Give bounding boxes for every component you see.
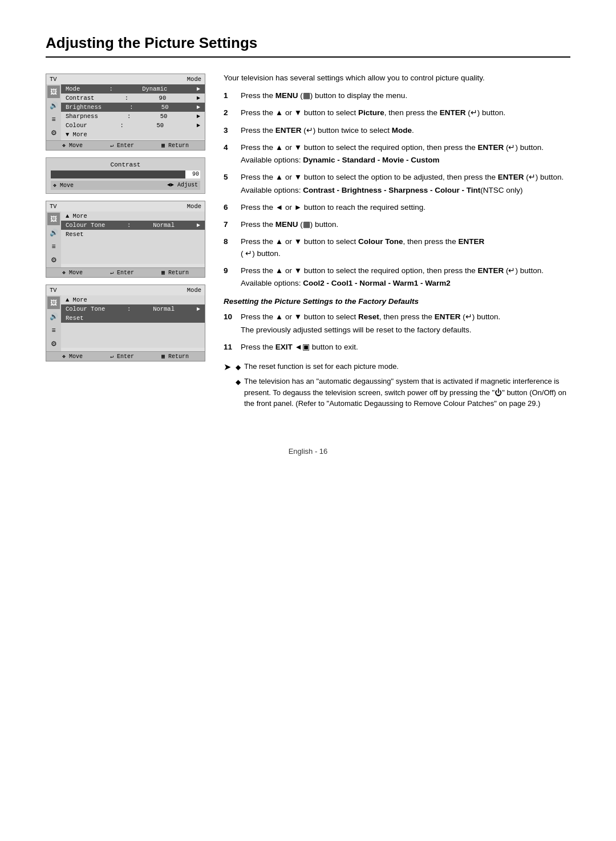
menu1-colour-arrow: ► (197, 122, 200, 129)
menu2-more-label: ▲ More (66, 213, 87, 220)
step-10: 10 Press the ▲ or ▼ button to select Res… (224, 311, 570, 336)
bullet-2-icon: ◆ (236, 377, 241, 409)
step-5-num: 5 (224, 172, 235, 196)
sound-icon: 🔊 (47, 99, 60, 112)
menu1-mode-sep: : (110, 86, 113, 92)
step-7: 7 Press the MENU (▦) button. (224, 219, 570, 230)
step-9-bold: ENTER (477, 266, 504, 275)
step-6-content: Press the ◄ or ► button to reach the req… (241, 202, 425, 213)
menu1-contrast-value: 90 (159, 95, 167, 101)
menu2-colourtone-row: Colour Tone : Normal ► (61, 221, 205, 230)
menu2-setup-icon: ⚙ (47, 254, 60, 266)
menu3-footer-enter: ↵ Enter (110, 353, 134, 360)
note-1-text: The reset function is set for each pictu… (244, 361, 399, 372)
menu1-colour-label: Colour (66, 122, 87, 129)
menu1-footer-move: ❖ Move (62, 142, 83, 149)
tv-menu-box-1: TV Mode 🖼 🔊 ≡ ⚙ Mode : Dynamic ► (46, 74, 205, 151)
step-1-content: Press the MENU (▦) button to display the… (241, 90, 407, 101)
menu1-footer-enter: ↵ Enter (110, 142, 134, 149)
menu3-channel-icon: ≡ (47, 324, 60, 336)
menu3-more: ▲ More (61, 295, 205, 304)
menu1-sharpness-arrow: ► (197, 113, 200, 120)
step-4-options: Dynamic - Standard - Movie - Custom (303, 156, 439, 164)
right-column: Your television has several settings whi… (224, 74, 570, 413)
menu2-footer-move: ❖ Move (62, 269, 83, 276)
step-10-bold2: ENTER (435, 312, 461, 321)
menu3-empty1 (61, 323, 205, 335)
step-2-bold2: ENTER (440, 108, 466, 117)
channel-icon: ≡ (47, 113, 60, 125)
step-5-bold: ENTER (498, 173, 524, 181)
menu1-mode-value: Dynamic (142, 86, 167, 92)
main-content: TV Mode 🖼 🔊 ≡ ⚙ Mode : Dynamic ► (46, 74, 570, 413)
menu1-brightness-sep: : (129, 104, 133, 111)
note-item-1: ◆ The reset function is set for each pic… (236, 361, 570, 372)
menu2-body: 🖼 🔊 ≡ ⚙ ▲ More Colour Tone : Normal ► (46, 212, 205, 267)
menu1-footer: ❖ Move ↵ Enter ▦ Return (46, 140, 205, 150)
step-8-num: 8 (224, 236, 235, 259)
contrast-footer-move: ❖ Move (53, 182, 74, 189)
step-4-available: Available options: Dynamic - Standard - … (241, 155, 544, 166)
menu2-header-left: TV (50, 203, 57, 210)
menu1-header-left: TV (50, 76, 57, 83)
menu1-header-right: Mode (187, 76, 201, 83)
menu2-channel-icon: ≡ (47, 240, 60, 253)
menu1-more-label: ▼ More (66, 131, 87, 138)
step-1-bold: MENU (275, 91, 298, 100)
menu2-reset-row: Reset (61, 230, 205, 239)
menu1-contrast-arrow: ► (197, 95, 200, 101)
step-8-content: Press the ▲ or ▼ button to select Colour… (241, 236, 484, 259)
menu3-footer-return: ▦ Return (161, 353, 189, 360)
contrast-footer: ❖ Move ◄► Adjust (51, 181, 200, 190)
note-2-text: The television has an "automatic degauss… (244, 376, 570, 409)
menu3-colourtone-row: Colour Tone : Normal ► (61, 304, 205, 314)
step-3-content: Press the ENTER (↵) button twice to sele… (241, 125, 414, 136)
step-9-options: Cool2 - Cool1 - Normal - Warm1 - Warm2 (303, 279, 451, 287)
tv-menu-box-3: TV Mode 🖼 🔊 ≡ ⚙ ▲ More Colour Tone : (46, 285, 205, 361)
step-7-num: 7 (224, 219, 235, 230)
menu3-colourtone-arrow: ► (197, 306, 200, 312)
menu1-brightness-arrow: ► (197, 104, 200, 111)
step-3: 3 Press the ENTER (↵) button twice to se… (224, 125, 570, 136)
menu2-colourtone-arrow: ► (197, 222, 200, 229)
menu3-header: TV Mode (46, 285, 205, 295)
menu1-header: TV Mode (46, 74, 205, 84)
menu1-sharpness-sep: : (127, 113, 131, 120)
page-title: Adjusting the Picture Settings (46, 34, 570, 58)
step-8-bold1: Colour Tone (358, 237, 403, 246)
menu3-picture-icon: 🖼 (47, 296, 60, 309)
step-10-num: 10 (224, 311, 235, 336)
menu2-picture-icon: 🖼 (47, 213, 60, 225)
menu1-row-sharpness: Sharpness : 50 ► (61, 112, 205, 121)
step-2-num: 2 (224, 107, 235, 119)
contrast-bar-value: 90 (192, 170, 199, 178)
step-10-bold1: Reset (358, 312, 379, 321)
menu1-icon-col: 🖼 🔊 ≡ ⚙ (46, 84, 61, 140)
step-6: 6 Press the ◄ or ► button to reach the r… (224, 202, 570, 213)
menu2-empty1 (61, 239, 205, 251)
menu3-sound-icon: 🔊 (47, 310, 60, 323)
menu2-more: ▲ More (61, 212, 205, 221)
note-bullets-list: ◆ The reset function is set for each pic… (236, 361, 570, 413)
step-11-num: 11 (224, 342, 235, 353)
menu1-colour-value: 50 (156, 122, 164, 129)
menu3-rows: ▲ More Colour Tone : Normal ► Reset (61, 295, 205, 351)
menu1-mode-arrow: ► (197, 86, 200, 92)
menu3-reset-row: Reset (61, 314, 205, 323)
menu2-footer: ❖ Move ↵ Enter ▦ Return (46, 267, 205, 277)
menu3-icon-col: 🖼 🔊 ≡ ⚙ (46, 295, 61, 351)
step-7-bold: MENU (275, 220, 298, 229)
step-1-num: 1 (224, 90, 235, 101)
step-4-num: 4 (224, 142, 235, 166)
steps-reset-list: 10 Press the ▲ or ▼ button to select Res… (224, 311, 570, 353)
menu1-mode-label: Mode (66, 86, 80, 92)
menu2-colourtone-label: Colour Tone (66, 222, 105, 229)
menu3-colourtone-sep: : (127, 306, 131, 312)
step-3-bold2: Mode (392, 126, 412, 135)
reset-subtitle: Resetting the Picture Settings to the Fa… (224, 297, 570, 306)
menu2-header: TV Mode (46, 201, 205, 212)
menu2-footer-enter: ↵ Enter (110, 269, 134, 276)
step-9: 9 Press the ▲ or ▼ button to select the … (224, 265, 570, 290)
menu1-contrast-sep: : (125, 95, 128, 101)
menu1-contrast-label: Contrast (66, 95, 94, 101)
